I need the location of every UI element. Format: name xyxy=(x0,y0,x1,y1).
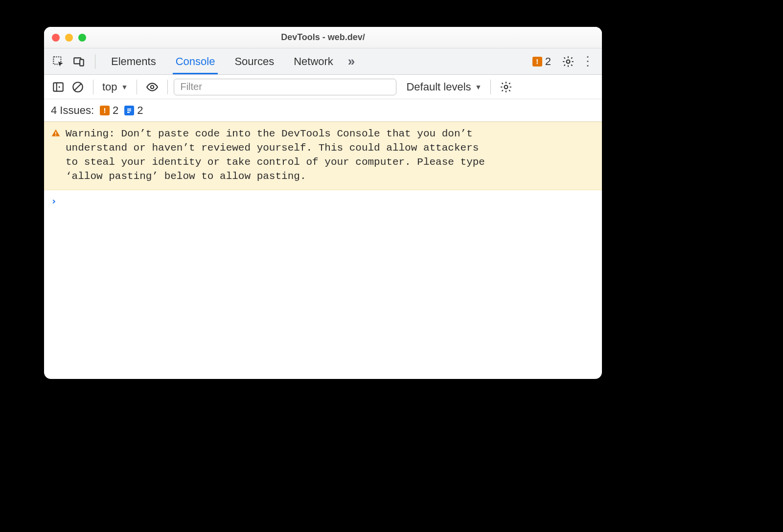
filter-input[interactable] xyxy=(174,79,396,95)
svg-rect-11 xyxy=(127,110,131,111)
issues-label: 4 Issues: xyxy=(51,104,94,117)
device-toolbar-icon[interactable] xyxy=(69,52,88,71)
divider xyxy=(93,80,93,94)
console-warning-message: Warning: Don’t paste code into the DevTo… xyxy=(44,122,602,190)
issues-indicator[interactable]: ! 2 xyxy=(532,55,551,68)
inspect-element-icon[interactable] xyxy=(49,52,68,71)
svg-rect-12 xyxy=(127,112,130,113)
warning-badge-icon: ! xyxy=(100,106,110,115)
issues-blue-count: 2 xyxy=(137,104,143,117)
svg-point-3 xyxy=(567,60,570,63)
svg-rect-13 xyxy=(55,132,56,134)
warning-badge-icon: ! xyxy=(532,57,542,66)
window-title: DevTools - web.dev/ xyxy=(44,32,602,43)
divider xyxy=(95,54,95,69)
devtools-window: DevTools - web.dev/ Elements Console Sou… xyxy=(44,27,602,379)
svg-rect-14 xyxy=(55,135,56,136)
context-selector-label: top xyxy=(102,81,117,93)
clear-console-icon[interactable] xyxy=(69,78,87,96)
issues-orange-count: 2 xyxy=(113,104,118,117)
tab-elements[interactable]: Elements xyxy=(102,48,165,74)
console-input[interactable] xyxy=(62,195,595,207)
svg-rect-4 xyxy=(53,83,63,91)
svg-rect-10 xyxy=(127,109,131,110)
titlebar: DevTools - web.dev/ xyxy=(44,27,602,48)
log-levels-label: Default levels xyxy=(406,81,471,93)
issues-orange-group: ! 2 xyxy=(100,104,118,117)
settings-icon[interactable] xyxy=(559,52,577,71)
dropdown-caret-icon: ▼ xyxy=(475,83,482,91)
issues-indicator-count: 2 xyxy=(545,55,551,68)
console-warning-text: Warning: Don’t paste code into the DevTo… xyxy=(66,127,485,184)
svg-point-8 xyxy=(151,85,154,89)
divider xyxy=(490,80,491,94)
console-settings-icon[interactable] xyxy=(497,78,515,96)
more-options-icon[interactable]: ⋮ xyxy=(579,54,596,69)
live-expression-icon[interactable] xyxy=(143,78,161,96)
maximize-window-button[interactable] xyxy=(78,34,86,42)
window-controls xyxy=(52,34,86,42)
more-tabs-icon[interactable]: » xyxy=(344,54,358,69)
toggle-sidebar-icon[interactable] xyxy=(49,78,68,96)
svg-point-9 xyxy=(505,85,508,89)
tab-sources[interactable]: Sources xyxy=(226,48,283,74)
context-selector[interactable]: top ▼ xyxy=(99,81,131,93)
divider xyxy=(167,80,168,94)
svg-rect-2 xyxy=(80,59,84,66)
issues-blue-group: 2 xyxy=(124,104,143,117)
prompt-caret-icon: › xyxy=(51,195,57,207)
console-prompt-row: › xyxy=(44,190,602,212)
close-window-button[interactable] xyxy=(52,34,60,42)
console-toolbar: top ▼ Default levels ▼ xyxy=(44,75,602,99)
tab-network[interactable]: Network xyxy=(285,48,342,74)
dropdown-caret-icon: ▼ xyxy=(121,83,128,91)
warning-triangle-icon xyxy=(51,128,61,140)
info-badge-icon xyxy=(124,106,134,115)
issues-strip[interactable]: 4 Issues: ! 2 2 xyxy=(44,99,602,122)
tab-console[interactable]: Console xyxy=(167,48,224,74)
main-tabbar: Elements Console Sources Network » ! 2 ⋮ xyxy=(44,48,602,75)
log-levels-selector[interactable]: Default levels ▼ xyxy=(397,81,484,93)
divider xyxy=(137,80,137,94)
minimize-window-button[interactable] xyxy=(65,34,73,42)
svg-line-7 xyxy=(74,83,81,90)
